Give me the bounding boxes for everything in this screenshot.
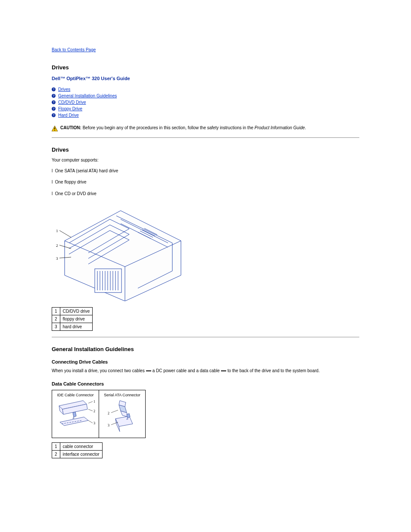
bullet-icon: ? bbox=[52, 107, 56, 111]
caution-body-text: Before you begin any of the procedures i… bbox=[83, 125, 253, 130]
legend-label: CD/DVD drive bbox=[60, 308, 93, 315]
svg-text:3: 3 bbox=[93, 421, 95, 425]
table-row: 1 cable connector bbox=[52, 442, 103, 450]
toc-link-guidelines[interactable]: General Installation Guidelines bbox=[58, 93, 117, 98]
bullet-icon: ? bbox=[52, 94, 56, 98]
legend-num: 1 bbox=[52, 442, 60, 450]
connector-header: IDE Cable Connector bbox=[54, 393, 97, 397]
svg-marker-3 bbox=[65, 211, 181, 301]
drives-bullet-2: l One floppy drive bbox=[52, 179, 359, 186]
svg-rect-2 bbox=[54, 130, 55, 131]
svg-line-49 bbox=[111, 410, 118, 413]
drives-intro: Your computer supports: bbox=[52, 157, 359, 164]
warning-icon bbox=[52, 126, 58, 131]
svg-text:1: 1 bbox=[56, 229, 58, 233]
section-title-guidelines: General Installation Guidelines bbox=[52, 346, 359, 352]
sub-connecting-cables: Connecting Drive Cables bbox=[52, 359, 359, 364]
caution-link-text: Product Information Guide bbox=[255, 125, 305, 130]
bullet-icon: ? bbox=[52, 87, 56, 91]
legend-label: cable connector bbox=[60, 442, 102, 450]
svg-text:1: 1 bbox=[93, 400, 95, 404]
page-title: Drives bbox=[52, 64, 359, 71]
caution-block: CAUTION: Before you begin any of the pro… bbox=[52, 125, 359, 131]
legend-num: 2 bbox=[52, 450, 60, 458]
svg-text:2: 2 bbox=[93, 409, 95, 413]
svg-text:2: 2 bbox=[56, 243, 58, 248]
svg-text:3: 3 bbox=[108, 423, 109, 427]
svg-rect-8 bbox=[95, 269, 121, 292]
svg-line-37 bbox=[88, 401, 93, 403]
legend-num: 1 bbox=[52, 308, 60, 315]
toc-link-cddvd[interactable]: CD/DVD Drive bbox=[58, 100, 86, 105]
connecting-cables-text: When you install a drive, you connect tw… bbox=[52, 368, 359, 374]
caution-tail: . bbox=[305, 125, 306, 130]
connector-legend-table: 1 cable connector 2 interface connector bbox=[52, 442, 103, 458]
drives-bullet-3: l One CD or DVD drive bbox=[52, 191, 359, 197]
table-row: 3 hard drive bbox=[52, 323, 93, 331]
drives-bullet-1: l One SATA (serial ATA) hard drive bbox=[52, 168, 359, 174]
legend-num: 2 bbox=[52, 315, 60, 323]
toc-link-drives[interactable]: Drives bbox=[58, 87, 70, 92]
back-to-contents-link[interactable]: Back to Contents Page bbox=[52, 47, 96, 52]
table-row: 2 interface connector bbox=[52, 450, 103, 458]
table-row: 2 floppy drive bbox=[52, 315, 93, 323]
connector-cell-ide: IDE Cable Connector bbox=[52, 390, 99, 438]
doc-subtitle: Dell™ OptiPlex™ 320 User's Guide bbox=[52, 76, 359, 81]
divider bbox=[52, 337, 359, 337]
caution-label: CAUTION: bbox=[60, 125, 81, 130]
legend-label: hard drive bbox=[60, 323, 93, 331]
toc-link-floppy[interactable]: Floppy Drive bbox=[58, 106, 82, 111]
section-title-drives: Drives bbox=[52, 146, 359, 153]
svg-rect-1 bbox=[54, 128, 55, 129]
legend-num: 3 bbox=[52, 323, 60, 331]
bullet-icon: ? bbox=[52, 113, 56, 117]
svg-text:3: 3 bbox=[56, 256, 58, 261]
toc-link-list: ? Drives ? General Installation Guidelin… bbox=[52, 87, 359, 118]
svg-line-39 bbox=[88, 409, 93, 411]
legend-label: interface connector bbox=[60, 450, 102, 458]
dash-icon bbox=[146, 370, 151, 371]
sub-data-cable-connectors: Data Cable Connectors bbox=[52, 381, 359, 386]
svg-marker-36 bbox=[73, 412, 76, 417]
connector-table: IDE Cable Connector bbox=[52, 390, 146, 438]
dash-icon bbox=[221, 370, 226, 371]
legend-label: floppy drive bbox=[60, 315, 93, 323]
toc-link-harddrive[interactable]: Hard Drive bbox=[58, 113, 79, 118]
svg-text:2: 2 bbox=[108, 411, 109, 415]
bullet-icon: ? bbox=[52, 100, 56, 104]
table-row: 1 CD/DVD drive bbox=[52, 308, 93, 315]
connector-cell-sata: Serial ATA Connector 2 3 bbox=[99, 390, 145, 438]
drives-legend-table: 1 CD/DVD drive 2 floppy drive 3 hard dri… bbox=[52, 307, 93, 331]
computer-diagram: 1 2 3 bbox=[52, 202, 359, 301]
connector-header: Serial ATA Connector bbox=[101, 393, 143, 397]
svg-line-41 bbox=[88, 420, 93, 423]
svg-line-18 bbox=[59, 230, 71, 237]
svg-marker-48 bbox=[127, 414, 130, 418]
divider bbox=[52, 137, 359, 138]
